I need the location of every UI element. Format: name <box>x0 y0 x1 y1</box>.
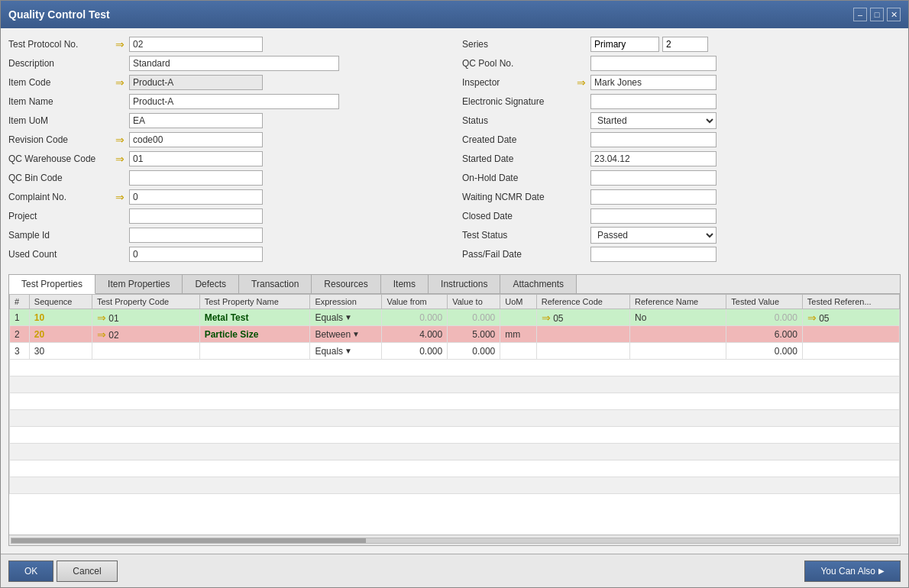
qc-warehouse-input[interactable] <box>129 151 263 166</box>
cell-seq: 20 <box>29 326 92 343</box>
on-hold-date-row: On-Hold Date ⇒ <box>462 170 901 186</box>
cell-val-to: 0.000 <box>448 309 500 326</box>
row2-code-arrow: ⇒ <box>97 328 106 341</box>
revision-code-label: Revision Code <box>8 134 115 145</box>
inspector-input[interactable] <box>590 75 717 90</box>
cell-ref-code <box>536 343 629 360</box>
closed-date-input[interactable] <box>590 208 717 224</box>
waiting-ncmr-label: Waiting NCMR Date <box>462 192 577 202</box>
you-can-also-label: You Can Also <box>820 566 875 577</box>
used-count-input[interactable] <box>129 247 263 262</box>
table-row <box>10 360 900 376</box>
project-row: Project ⇒ <box>8 208 447 225</box>
cell-tested-ref <box>802 343 899 360</box>
tab-transaction[interactable]: Transaction <box>239 275 312 293</box>
table-row <box>10 410 900 427</box>
qc-bin-row: QC Bin Code ⇒ <box>8 170 447 186</box>
item-code-input[interactable] <box>129 75 263 90</box>
test-protocol-label: Test Protocol No. <box>8 39 115 50</box>
project-label: Project <box>8 211 115 221</box>
qc-warehouse-row: QC Warehouse Code ⇒ <box>8 150 447 167</box>
table-header-row: # Sequence Test Property Code Test Prope… <box>10 295 900 309</box>
closed-date-row: Closed Date ⇒ <box>462 208 901 225</box>
cell-expression: Equals ▼ <box>310 343 382 360</box>
ok-button[interactable]: OK <box>8 561 53 582</box>
cell-ref-name: No <box>630 309 726 326</box>
series-row: Series ⇒ <box>462 36 901 53</box>
created-date-input[interactable] <box>590 132 717 147</box>
bottom-bar: OK Cancel You Can Also ▶ <box>1 554 908 587</box>
series-inputs <box>590 37 708 52</box>
waiting-ncmr-input[interactable] <box>590 189 717 205</box>
you-can-also-button[interactable]: You Can Also ▶ <box>804 561 901 582</box>
expression-dropdown-icon[interactable]: ▼ <box>345 313 352 321</box>
expression2-dropdown-icon[interactable]: ▼ <box>352 330 360 338</box>
item-code-arrow-icon: ⇒ <box>115 76 129 89</box>
complaint-row: Complaint No. ⇒ <box>8 189 447 205</box>
item-uom-label: Item UoM <box>8 115 115 126</box>
qc-bin-input[interactable] <box>129 170 263 186</box>
on-hold-date-input[interactable] <box>590 170 717 186</box>
status-label: Status <box>462 115 577 126</box>
electronic-sig-label: Electronic Signature <box>462 96 577 107</box>
item-uom-input[interactable] <box>129 113 263 128</box>
tab-test-properties[interactable]: Test Properties <box>9 275 95 294</box>
sample-id-row: Sample Id ⇒ <box>8 227 447 244</box>
maximize-button[interactable]: □ <box>870 8 884 21</box>
item-name-label: Item Name <box>8 96 115 107</box>
project-input[interactable] <box>129 208 263 224</box>
cell-val-to: 0.000 <box>448 343 500 360</box>
status-select[interactable]: Started Passed Failed On-Hold <box>590 112 717 129</box>
cell-seq: 10 <box>29 309 92 326</box>
pass-fail-date-label: Pass/Fail Date <box>462 249 577 260</box>
test-protocol-arrow-icon: ⇒ <box>115 38 129 50</box>
item-name-row: Item Name ⇒ <box>8 93 447 110</box>
complaint-input[interactable] <box>129 189 263 205</box>
tab-resources[interactable]: Resources <box>312 275 380 293</box>
qc-pool-input[interactable] <box>590 56 717 71</box>
expression3-dropdown-icon[interactable]: ▼ <box>345 347 352 355</box>
test-protocol-input[interactable] <box>129 37 263 52</box>
quality-control-window: Quality Control Test – □ ✕ Test Protocol… <box>0 0 909 588</box>
cell-tested-val: 6.000 <box>726 326 803 343</box>
cell-ref-code <box>536 326 629 343</box>
horizontal-scrollbar[interactable] <box>9 535 900 545</box>
revision-code-input[interactable] <box>129 132 263 147</box>
table-container: # Sequence Test Property Code Test Prope… <box>9 294 900 545</box>
sample-id-input[interactable] <box>129 228 263 243</box>
cell-uom: mm <box>500 326 537 343</box>
tab-instructions[interactable]: Instructions <box>429 275 500 293</box>
complaint-label: Complaint No. <box>8 192 115 202</box>
close-button[interactable]: ✕ <box>887 8 901 21</box>
cell-ref-code: ⇒ 05 <box>536 309 629 326</box>
tab-defects[interactable]: Defects <box>183 275 239 293</box>
pass-fail-date-input[interactable] <box>590 247 717 262</box>
cell-tested-val: 0.000 <box>726 309 803 326</box>
item-name-input[interactable] <box>129 94 339 109</box>
minimize-button[interactable]: – <box>853 8 867 21</box>
started-date-input[interactable] <box>590 151 717 166</box>
used-count-row: Used Count ⇒ <box>8 246 447 263</box>
cell-prop-code: ⇒ 01 <box>92 309 199 326</box>
sample-id-label: Sample Id <box>8 230 115 241</box>
cancel-button[interactable]: Cancel <box>57 561 117 582</box>
created-date-label: Created Date <box>462 134 577 145</box>
col-uom: UoM <box>500 295 537 309</box>
tab-item-properties[interactable]: Item Properties <box>95 275 183 293</box>
tab-attachments[interactable]: Attachments <box>500 275 577 293</box>
description-input[interactable] <box>129 56 339 71</box>
series-num-input[interactable] <box>662 37 708 52</box>
test-status-select[interactable]: Passed Failed Not Tested <box>590 227 717 244</box>
electronic-sig-input[interactable] <box>590 94 717 109</box>
table-row: 3 30 Equals ▼ 0.000 0.000 <box>10 343 900 360</box>
cell-expression: Equals ▼ <box>310 309 382 326</box>
tab-items[interactable]: Items <box>381 275 429 293</box>
scrollbar-thumb <box>11 538 366 543</box>
cell-ref-name <box>630 326 726 343</box>
series-type-input[interactable] <box>590 37 659 52</box>
table-scroll[interactable]: # Sequence Test Property Code Test Prope… <box>9 294 900 535</box>
col-num: # <box>10 295 30 309</box>
table-row <box>10 444 900 460</box>
started-date-row: Started Date ⇒ <box>462 150 901 167</box>
inspector-row: Inspector ⇒ <box>462 74 901 91</box>
